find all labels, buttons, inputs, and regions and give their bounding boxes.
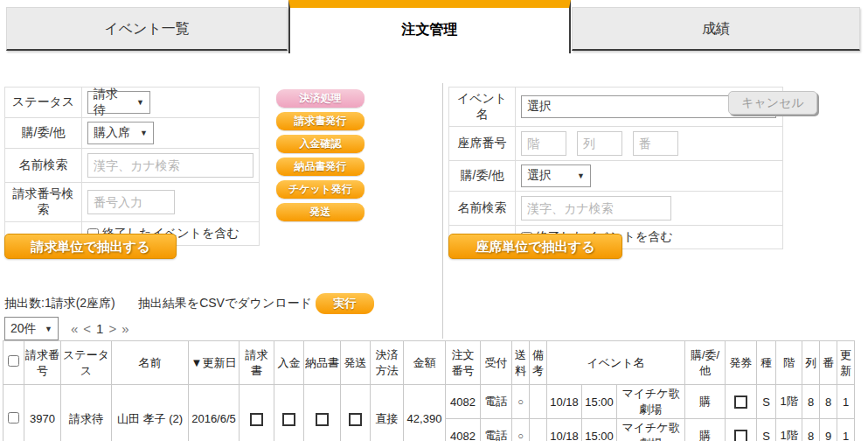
invoice-search-form: ステータス 請求待▼ 購/委/他 購入席▼ 名前検索 請求番号検索 <box>4 87 260 246</box>
event-name-label: イベント名 <box>449 88 516 127</box>
update-link[interactable]: 1 <box>837 419 855 441</box>
name-search-label: 名前検索 <box>5 149 82 183</box>
header-event-name: イベント名 <box>547 341 685 385</box>
pagination-current-page[interactable]: 1 <box>96 321 103 336</box>
shipping-button[interactable]: 発送 <box>276 203 365 221</box>
cell-note <box>530 385 547 419</box>
invoice-issue-button[interactable]: 請求書発行 <box>276 112 365 130</box>
extract-count-text: 抽出数:1請求(2座席) <box>4 296 115 310</box>
header-method: 決済方法 <box>371 341 404 385</box>
cell-seat-class: S <box>757 419 776 441</box>
cell-row: 8 <box>802 385 820 419</box>
cell-event-date: 10/18 <box>547 385 582 419</box>
pagination-last[interactable]: » <box>122 321 128 336</box>
update-link[interactable]: 1 <box>837 385 855 419</box>
cell-row: 8 <box>802 419 820 441</box>
name-search-input[interactable] <box>87 153 253 178</box>
seat-row-input[interactable] <box>577 131 622 156</box>
tab-results[interactable]: 成績 <box>572 7 860 51</box>
purchase-type-select-value: 選択 <box>527 168 552 184</box>
settlement-button[interactable]: 決済処理 <box>276 89 365 108</box>
payment-checkbox[interactable] <box>282 413 295 426</box>
header-invoice-no[interactable]: 請求番号 <box>24 341 61 385</box>
run-button[interactable]: 実行 <box>316 293 374 314</box>
purchase-type-select[interactable]: 選択▼ <box>521 164 591 187</box>
invoice-doc-checkbox[interactable] <box>250 413 263 426</box>
orders-table: 請求番号 ステータス 名前 ▼更新日 請求書 入金 納品書 発送 決済方法 金額… <box>3 340 855 441</box>
cell-seat-class: S <box>757 385 776 419</box>
cell-floor: 1階 <box>776 419 802 441</box>
tab-order-management[interactable]: 注文管理 <box>288 0 571 53</box>
ticketing-checkbox[interactable] <box>734 430 747 441</box>
tab-event-list[interactable]: イベント一覧 <box>6 7 288 51</box>
cell-postage: ○ <box>512 419 530 441</box>
cell-updated: 2016/6/5 <box>189 385 240 441</box>
extract-by-invoice-button[interactable]: 請求単位で抽出する <box>4 234 177 259</box>
header-delivery-doc: 納品書 <box>304 341 341 385</box>
cell-reception: 電話 <box>481 419 512 441</box>
purchase-type-select-value: 購入席 <box>94 125 130 141</box>
ticket-issue-button[interactable]: チケット発行 <box>276 180 365 199</box>
ticketing-checkbox[interactable] <box>734 396 747 409</box>
pagination: «<1>» <box>68 317 132 340</box>
name-search-input[interactable] <box>521 196 671 220</box>
header-row: 列 <box>802 341 820 385</box>
header-update: 更新 <box>837 341 855 385</box>
pagination-next[interactable]: > <box>108 321 116 336</box>
cancel-button[interactable]: キャンセル <box>728 91 817 115</box>
seat-floor-input[interactable] <box>521 131 566 156</box>
header-updated-sort[interactable]: ▼更新日 <box>189 341 240 385</box>
cell-event-time: 15:00 <box>582 419 617 441</box>
order-no-link[interactable]: 4082 <box>446 419 481 441</box>
chevron-down-icon: ▼ <box>45 325 52 333</box>
payment-confirm-button[interactable]: 入金確認 <box>276 135 365 153</box>
header-postage: 送料 <box>512 341 530 385</box>
customer-name-link[interactable]: 山田 孝子 (2) <box>112 385 189 441</box>
pagination-first[interactable]: « <box>71 321 78 336</box>
header-reception: 受付 <box>481 341 512 385</box>
event-name-select-value: 選択 <box>527 99 552 115</box>
table-header-row: 請求番号 ステータス 名前 ▼更新日 請求書 入金 納品書 発送 決済方法 金額… <box>3 341 855 385</box>
seat-number-input[interactable] <box>633 131 678 156</box>
cell-reception: 電話 <box>481 385 512 419</box>
cell-type: 購 <box>685 419 726 441</box>
cell-method: 直接 <box>371 385 404 441</box>
header-ticketing: 発券 <box>726 341 757 385</box>
per-page-value: 20件 <box>10 321 37 337</box>
header-invoice-doc: 請求書 <box>240 341 274 385</box>
extract-by-seat-button[interactable]: 座席単位で抽出する <box>448 234 622 259</box>
purchase-type-select[interactable]: 購入席▼ <box>87 122 154 144</box>
order-no-link[interactable]: 4082 <box>446 385 481 419</box>
cell-event-date: 10/18 <box>547 419 582 441</box>
header-order-no: 注文番号 <box>446 341 481 385</box>
invoice-number-search-input[interactable] <box>87 190 175 214</box>
header-type: 購/委/他 <box>685 341 726 385</box>
shipping-checkbox[interactable] <box>349 413 362 426</box>
header-floor: 階 <box>776 341 802 385</box>
delivery-note-issue-button[interactable]: 納品書発行 <box>276 158 365 176</box>
per-page-select[interactable]: 20件▼ <box>4 317 59 340</box>
cell-number: 8 <box>820 385 837 419</box>
status-select[interactable]: 請求待▼ <box>87 91 150 114</box>
header-number: 番 <box>820 341 837 385</box>
chevron-down-icon: ▼ <box>140 129 148 137</box>
seat-number-label: 座席番号 <box>449 127 516 161</box>
cell-type: 購 <box>685 385 726 419</box>
purchase-type-label: 購/委/他 <box>5 118 82 149</box>
pagination-prev[interactable]: < <box>83 321 91 336</box>
delivery-doc-checkbox[interactable] <box>316 413 329 426</box>
cell-postage: ○ <box>512 385 530 419</box>
invoice-number-search-label: 請求番号検索 <box>5 183 82 222</box>
header-status: ステータス <box>61 341 112 385</box>
row-select-checkbox[interactable] <box>8 412 19 424</box>
purchase-type-label: 購/委/他 <box>449 161 516 192</box>
header-note: 備考 <box>530 341 547 385</box>
select-all-checkbox[interactable] <box>8 355 19 367</box>
header-shipping: 発送 <box>341 341 371 385</box>
chevron-down-icon: ▼ <box>136 98 144 107</box>
cell-number: 9 <box>820 419 837 441</box>
header-seat-class: 種 <box>757 341 776 385</box>
chevron-down-icon: ▼ <box>577 172 585 180</box>
extract-status-line: 抽出数:1請求(2座席)抽出結果をCSVでダウンロード <box>4 296 312 312</box>
panel-divider <box>442 83 443 339</box>
